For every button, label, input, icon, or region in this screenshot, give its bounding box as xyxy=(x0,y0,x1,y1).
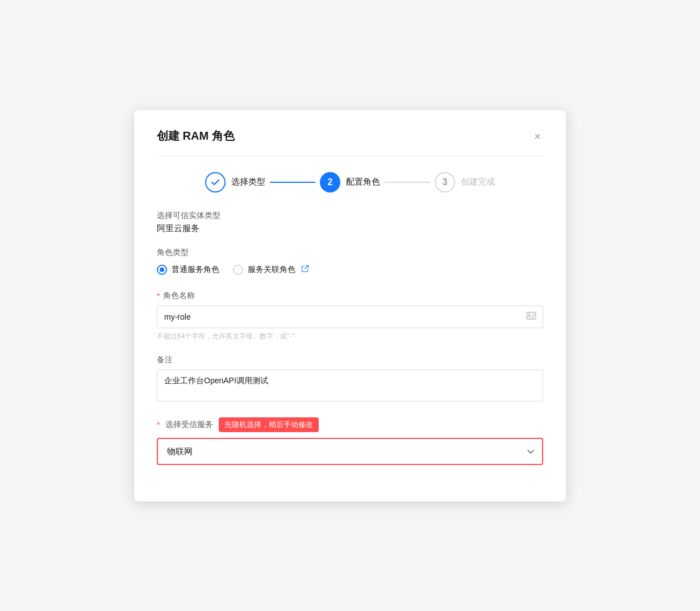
stepper: 选择类型 2 配置角色 3 创建完成 xyxy=(157,156,543,211)
svg-point-2 xyxy=(528,313,531,316)
radio-label-1: 普通服务角色 xyxy=(172,265,219,275)
role-type-label: 角色类型 xyxy=(157,248,543,258)
step-2: 2 配置角色 xyxy=(320,172,380,192)
role-name-input-wrapper xyxy=(157,306,543,328)
service-tooltip: 先随机选择，稍后手动修改 xyxy=(219,417,319,432)
radio-inner-1 xyxy=(160,267,164,272)
select-service-section: * 选择受信服务 先随机选择，稍后手动修改 物联网 ECS RDS OSS SL… xyxy=(157,417,543,465)
step-2-circle: 2 xyxy=(320,172,340,192)
remark-textarea-wrapper: 企业工作台OpenAPI调用测试 xyxy=(157,370,543,404)
radio-option-1[interactable]: 普通服务角色 xyxy=(157,265,219,275)
step-3-circle: 3 xyxy=(435,172,455,192)
step-3-label: 创建完成 xyxy=(461,177,495,187)
remark-textarea[interactable]: 企业工作台OpenAPI调用测试 xyxy=(157,370,543,401)
radio-outer-2 xyxy=(233,265,243,275)
step-3: 3 创建完成 xyxy=(435,172,495,192)
service-label: 选择受信服务 xyxy=(165,420,213,430)
external-link-icon xyxy=(301,265,309,274)
role-name-input[interactable] xyxy=(157,306,543,328)
service-select[interactable]: 物联网 ECS RDS OSS SLB xyxy=(157,438,543,465)
trusted-entity-label: 选择可信实体类型 xyxy=(157,211,543,221)
radio-label-2: 服务关联角色 xyxy=(248,265,295,275)
id-card-icon xyxy=(526,312,536,322)
dialog-title: 创建 RAM 角色 xyxy=(157,128,235,144)
step-1: 选择类型 xyxy=(205,172,265,192)
remark-label: 备注 xyxy=(157,355,173,365)
step-2-label: 配置角色 xyxy=(346,177,380,187)
role-name-section: * 角色名称 不超过64个字符，允许英文字母、数字，或"-" xyxy=(157,291,543,341)
create-ram-role-dialog: 创建 RAM 角色 × 选择类型 2 配置角色 3 创建完成 选择可信实体类型 xyxy=(134,110,566,501)
remark-label-row: 备注 xyxy=(157,355,543,365)
step-1-circle xyxy=(205,172,226,192)
trusted-entity-section: 选择可信实体类型 阿里云服务 xyxy=(157,211,543,234)
radio-group: 普通服务角色 服务关联角色 xyxy=(157,265,543,275)
role-name-label: 角色名称 xyxy=(163,291,195,301)
radio-outer-1 xyxy=(157,265,167,275)
role-type-section: 角色类型 普通服务角色 服务关联角色 xyxy=(157,248,543,275)
dialog-header: 创建 RAM 角色 × xyxy=(157,128,543,156)
service-required-star: * xyxy=(157,420,160,429)
step-1-label: 选择类型 xyxy=(231,177,265,187)
role-name-label-row: * 角色名称 xyxy=(157,291,543,301)
role-name-required-star: * xyxy=(157,291,160,300)
role-name-hint: 不超过64个字符，允许英文字母、数字，或"-" xyxy=(157,332,543,341)
service-select-wrapper: 物联网 ECS RDS OSS SLB xyxy=(157,438,543,465)
radio-option-2[interactable]: 服务关联角色 xyxy=(233,265,309,275)
step-line-2 xyxy=(385,182,430,183)
close-button[interactable]: × xyxy=(532,128,543,144)
trusted-entity-value: 阿里云服务 xyxy=(157,223,543,234)
step-line-1 xyxy=(270,182,315,183)
svg-line-0 xyxy=(305,266,309,269)
select-service-label-row: * 选择受信服务 先随机选择，稍后手动修改 xyxy=(157,417,543,432)
remark-section: 备注 企业工作台OpenAPI调用测试 xyxy=(157,355,543,404)
